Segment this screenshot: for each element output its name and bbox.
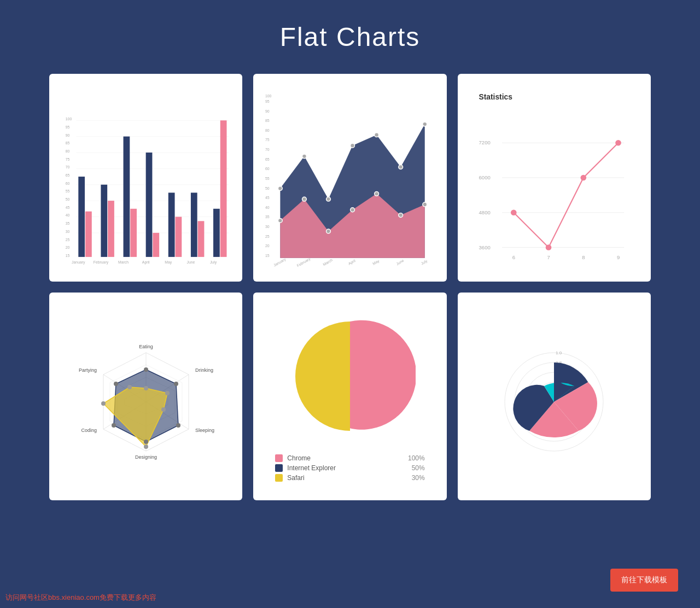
svg-text:25: 25	[265, 235, 270, 238]
svg-rect-34	[168, 192, 175, 256]
svg-point-67	[278, 186, 283, 191]
svg-point-79	[399, 213, 403, 218]
svg-text:20: 20	[265, 244, 270, 248]
svg-text:March: March	[118, 260, 129, 264]
svg-text:60: 60	[66, 182, 70, 185]
svg-text:65: 65	[265, 157, 270, 161]
svg-text:January: January	[273, 257, 287, 267]
svg-text:February: February	[296, 256, 312, 268]
legend-label-ie: Internet Explorer	[287, 464, 406, 472]
svg-text:9: 9	[617, 254, 620, 260]
line-chart-card: Statistics 7200 6000 4800 3600 6 7 8 9	[458, 74, 651, 282]
svg-text:May: May	[372, 259, 381, 266]
svg-text:3600: 3600	[479, 244, 490, 250]
svg-rect-26	[78, 177, 85, 257]
svg-text:40: 40	[66, 213, 70, 217]
svg-text:35: 35	[66, 221, 70, 225]
bar-chart-card: 15 20 25 30 35 40 45 50 55 60 65 70 75 8…	[49, 74, 242, 282]
svg-text:Drinking: Drinking	[195, 367, 213, 373]
rose-chart-container: 1.0 0.8 0.6 0.4 0.2	[469, 303, 640, 489]
legend-value-ie: 50%	[412, 464, 425, 472]
legend-label-safari: Safari	[287, 474, 406, 482]
legend-color-ie	[275, 464, 283, 472]
svg-text:50: 50	[66, 197, 70, 201]
svg-text:70: 70	[66, 165, 70, 169]
svg-point-125	[176, 423, 180, 428]
svg-text:Sleeping: Sleeping	[195, 428, 214, 433]
area-chart-container: 15 20 25 30 35 40 45 50 55 60 65 70 75 8…	[264, 85, 435, 271]
svg-text:15: 15	[66, 254, 70, 258]
svg-point-73	[423, 122, 427, 126]
svg-text:35: 35	[265, 215, 270, 219]
legend-item-ie: Internet Explorer 50%	[275, 464, 424, 472]
svg-text:July: July	[210, 260, 217, 265]
svg-rect-37	[198, 221, 205, 257]
svg-text:Partying: Partying	[79, 367, 97, 373]
svg-point-126	[144, 440, 148, 444]
svg-text:February: February	[94, 260, 109, 265]
radar-chart-container: Eating Drinking Sleeping Designing Codin…	[60, 303, 231, 489]
svg-point-71	[375, 133, 379, 137]
area-chart-card: 15 20 25 30 35 40 45 50 55 60 65 70 75 8…	[253, 74, 446, 282]
svg-text:April: April	[142, 260, 150, 265]
svg-rect-33	[153, 233, 159, 257]
svg-point-128	[114, 382, 118, 386]
line-chart-container: Statistics 7200 6000 4800 3600 6 7 8 9	[469, 85, 640, 271]
pie-chart-container: Chrome 100% Internet Explorer 50% Safari…	[264, 303, 435, 489]
svg-rect-38	[213, 209, 220, 257]
svg-point-123	[144, 367, 148, 372]
page-title: Flat Charts	[11, 22, 689, 52]
svg-text:90: 90	[66, 133, 70, 137]
legend-color-safari	[275, 474, 283, 482]
svg-point-127	[112, 423, 116, 428]
svg-text:May: May	[165, 260, 172, 265]
svg-point-133	[101, 401, 106, 406]
svg-point-70	[351, 143, 355, 148]
svg-text:7: 7	[547, 254, 550, 260]
svg-text:45: 45	[66, 206, 70, 209]
pie-chart-card: Chrome 100% Internet Explorer 50% Safari…	[253, 293, 446, 500]
rose-chart-card: 1.0 0.8 0.6 0.4 0.2	[458, 293, 651, 500]
pie-legend: Chrome 100% Internet Explorer 50% Safari…	[264, 449, 435, 489]
rose-chart-svg: 1.0 0.8 0.6 0.4 0.2	[483, 325, 625, 467]
svg-text:Designing: Designing	[135, 454, 157, 460]
svg-text:100: 100	[66, 117, 72, 121]
legend-item-chrome: Chrome 100%	[275, 454, 424, 462]
svg-text:20: 20	[66, 245, 70, 249]
svg-text:25: 25	[66, 238, 70, 242]
bar-chart-svg: 15 20 25 30 35 40 45 50 55 60 65 70 75 8…	[60, 85, 231, 271]
svg-rect-30	[124, 137, 130, 257]
svg-text:6: 6	[512, 254, 515, 260]
svg-text:Coding: Coding	[81, 428, 97, 433]
legend-item-safari: Safari 30%	[275, 474, 424, 482]
watermark: 访问网号社区bbs.xieniao.com免费下载更多内容	[5, 593, 156, 603]
svg-text:95: 95	[265, 100, 270, 103]
svg-rect-36	[191, 192, 197, 256]
svg-text:April: April	[348, 259, 357, 266]
svg-rect-27	[85, 212, 92, 257]
svg-text:80: 80	[265, 128, 270, 132]
svg-text:95: 95	[66, 125, 70, 129]
svg-marker-122	[103, 387, 167, 447]
svg-text:50: 50	[265, 186, 270, 190]
svg-text:40: 40	[265, 206, 270, 209]
area-chart-svg: 15 20 25 30 35 40 45 50 55 60 65 70 75 8…	[264, 85, 435, 271]
svg-text:85: 85	[265, 119, 270, 122]
svg-point-102	[545, 244, 551, 250]
svg-text:June: June	[186, 260, 195, 264]
svg-text:1.0: 1.0	[556, 350, 562, 355]
svg-point-103	[580, 175, 586, 181]
pie-svg	[284, 311, 416, 442]
svg-text:70: 70	[265, 148, 270, 151]
svg-point-80	[423, 202, 427, 207]
svg-text:June: June	[396, 259, 405, 266]
svg-point-69	[326, 197, 331, 201]
svg-text:30: 30	[265, 225, 270, 229]
legend-label-chrome: Chrome	[287, 454, 402, 462]
svg-text:90: 90	[265, 109, 270, 113]
download-button[interactable]: 前往下载模板	[610, 569, 678, 592]
svg-text:July: July	[421, 259, 429, 266]
bar-chart-container: 15 20 25 30 35 40 45 50 55 60 65 70 75 8…	[60, 85, 231, 271]
legend-value-chrome: 100%	[408, 454, 425, 462]
svg-text:55: 55	[66, 189, 70, 193]
